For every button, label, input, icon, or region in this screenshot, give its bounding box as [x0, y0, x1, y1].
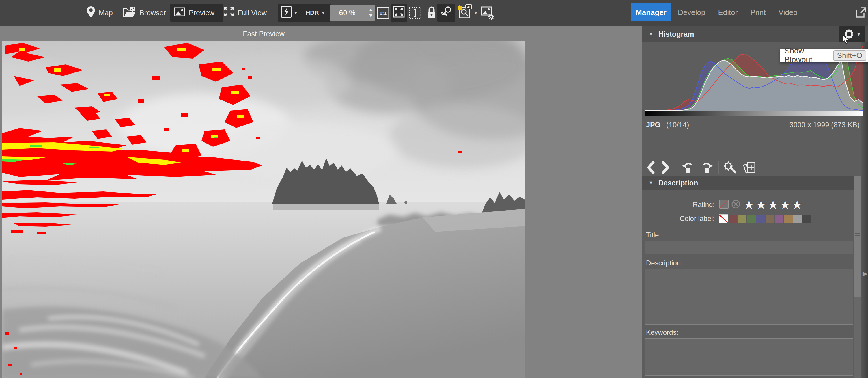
full-view-button[interactable]: Full View	[224, 4, 267, 22]
map-pin-icon	[87, 6, 95, 19]
panel-divider	[642, 148, 868, 148]
color-swatch[interactable]	[775, 214, 783, 223]
color-swatch[interactable]	[728, 214, 737, 223]
map-button[interactable]: Map	[87, 4, 113, 22]
image-icon	[174, 7, 185, 18]
compare-zoom-button[interactable]	[437, 4, 455, 22]
caret-down-icon: ▼	[321, 10, 326, 15]
color-label-label: Color label:	[646, 214, 719, 223]
one-to-one-zoom-button[interactable]: 1:1	[377, 7, 390, 21]
description-textarea[interactable]	[645, 269, 853, 325]
color-swatch[interactable]	[803, 214, 811, 223]
browser-label: Browser	[140, 9, 166, 17]
scrollbar-thumb[interactable]	[854, 176, 861, 297]
rotate-left-button[interactable]	[682, 161, 695, 174]
keywords-textarea[interactable]	[645, 338, 853, 376]
tab-manager[interactable]: Manager	[631, 3, 672, 21]
zoom-spinner[interactable]: ▲ ▼	[368, 7, 373, 19]
ratio-label: 1:1	[380, 11, 387, 16]
color-swatch[interactable]	[784, 214, 793, 223]
lock-icon-button[interactable]	[427, 6, 436, 20]
module-tabs: Manager Develop Editor Print Video	[631, 3, 804, 21]
fast-preview-toggle-button[interactable]: ▼	[278, 4, 303, 22]
quick-edits-wand-button[interactable]	[724, 161, 738, 174]
collapse-triangle-icon[interactable]: ▼	[649, 31, 653, 37]
description-title: Description	[658, 179, 698, 187]
spin-up-icon[interactable]: ▲	[368, 7, 373, 13]
ai-magnifier-icon: AI	[457, 4, 472, 21]
folder-image-icon	[123, 6, 136, 19]
ai-search-button[interactable]: AI ▼	[457, 4, 478, 22]
fit-to-view-button[interactable]	[391, 4, 407, 22]
caret-down-icon: ▼	[293, 10, 298, 15]
description-section-header[interactable]: ▼ Description	[642, 176, 854, 190]
tools-separator	[676, 161, 676, 174]
title-label: Title:	[646, 231, 661, 239]
lightning-icon	[281, 5, 292, 20]
tab-print[interactable]: Print	[744, 3, 772, 21]
tooltip-shortcut-badge: Shift+O	[833, 50, 866, 61]
caret-down-icon[interactable]: ▼	[857, 32, 861, 37]
color-swatch[interactable]	[766, 214, 774, 223]
color-swatch[interactable]	[719, 214, 728, 223]
undock-window-button[interactable]	[856, 7, 866, 19]
clear-rating-button[interactable]	[719, 199, 729, 210]
star-rating[interactable]: ★★★★★	[744, 198, 804, 212]
spin-down-icon[interactable]: ▼	[368, 13, 373, 19]
color-swatch[interactable]	[747, 214, 756, 223]
color-swatch[interactable]	[756, 214, 765, 223]
file-dimensions: 3000 x 1999 (873 KB)	[789, 121, 860, 129]
mouse-cursor	[842, 35, 850, 46]
fast-preview-badge: Fast Preview	[2, 30, 525, 38]
previous-image-button[interactable]	[646, 161, 655, 174]
hdr-label: HDR	[306, 9, 319, 16]
tab-editor[interactable]: Editor	[712, 3, 744, 21]
rotate-right-button[interactable]	[700, 161, 713, 174]
add-to-album-button[interactable]	[743, 161, 756, 174]
rating-label: Rating:	[646, 201, 719, 209]
map-label: Map	[99, 9, 113, 17]
tab-video[interactable]: Video	[772, 3, 804, 21]
title-input[interactable]	[645, 240, 853, 254]
application-window: Map Browser Preview Full View ▼ HDR ▼ 60…	[0, 0, 868, 378]
tools-separator	[718, 161, 719, 174]
tab-develop[interactable]: Develop	[672, 3, 712, 21]
color-swatch[interactable]	[738, 214, 746, 223]
file-index: (10/14)	[666, 121, 689, 129]
show-blowout-tooltip: Show Blowout Shift+O	[780, 49, 868, 62]
fit-arrows-icon	[393, 6, 405, 19]
color-swatch-strip	[719, 214, 812, 223]
preview-label: Preview	[189, 9, 215, 17]
preview-settings-button[interactable]	[481, 6, 495, 21]
rating-row: Rating: ★★★★★	[646, 198, 853, 211]
hdr-dropdown-button[interactable]: HDR ▼	[302, 4, 331, 22]
zoom-value: 60 %	[330, 9, 365, 17]
file-format: JPG	[646, 121, 660, 129]
collapse-triangle-icon[interactable]: ▼	[649, 180, 653, 185]
magnifier-swap-icon	[440, 5, 453, 20]
caret-down-icon: ▼	[474, 10, 478, 15]
expand-arrows-icon	[224, 7, 234, 19]
collapse-panel-arrow-icon[interactable]: ▶	[863, 270, 867, 278]
next-image-button[interactable]	[661, 161, 671, 174]
tooltip-label: Show Blowout	[784, 47, 829, 64]
toolbar-separator	[275, 5, 275, 21]
description-label: Description:	[646, 259, 683, 267]
panel-scrollbar[interactable]	[854, 176, 861, 378]
color-swatch[interactable]	[793, 214, 802, 223]
no-rating-icon[interactable]	[731, 199, 741, 210]
file-info-row: JPG (10/14) 3000 x 1999 (873 KB)	[646, 121, 860, 129]
preview-photo[interactable]	[2, 41, 525, 378]
zoom-level-field[interactable]: 60 % ▲ ▼	[330, 5, 375, 21]
preview-button[interactable]: Preview	[170, 4, 223, 22]
keywords-label: Keywords:	[646, 328, 678, 337]
tone-gradient-bar	[645, 111, 863, 116]
fit-width-button[interactable]	[409, 7, 422, 20]
full-view-label: Full View	[238, 9, 267, 17]
histogram-title: Histogram	[658, 30, 694, 38]
quick-tools-row	[646, 161, 756, 174]
color-label-row: Color label:	[646, 214, 853, 224]
histogram-section-header[interactable]: ▼ Histogram	[642, 26, 868, 42]
browser-button[interactable]: Browser	[123, 4, 166, 22]
ai-badge-label: AI	[467, 5, 470, 9]
